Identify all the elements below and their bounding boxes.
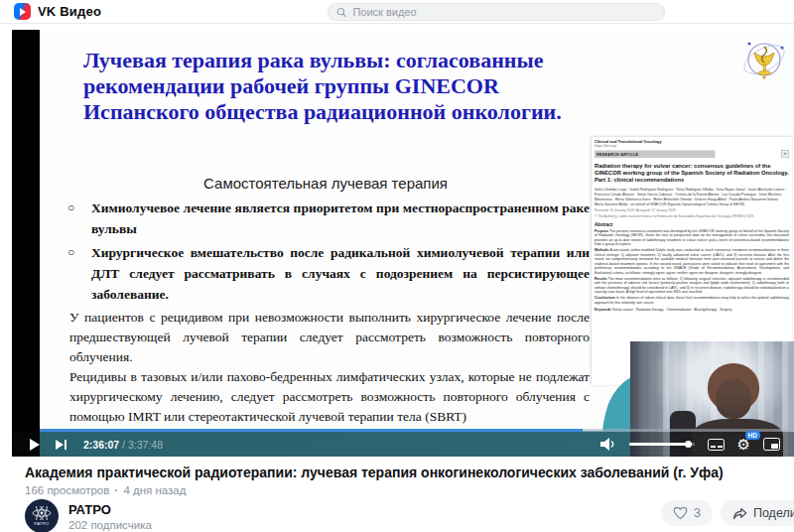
share-label: Поделиться <box>753 506 794 520</box>
volume-fill <box>629 443 690 446</box>
meta-separator <box>115 489 117 491</box>
video-actions: 3 Поделиться <box>661 500 794 526</box>
article-doi: https://doi.org/ <box>595 144 789 148</box>
channel-subscribers: 202 подписчика <box>68 519 152 531</box>
slide-title: Лучевая терапия рака вульвы: согласованн… <box>83 48 679 125</box>
subtitles-icon[interactable] <box>708 439 725 451</box>
heart-icon <box>673 506 688 520</box>
article-abstract-section: Results The main recommendations were as… <box>595 276 789 294</box>
article-abstract-section: Conclusions In the absence of robust cli… <box>595 296 789 305</box>
slide-section-heading: Самостоятельная лучевая терапия <box>40 175 611 192</box>
vk-video-play-icon <box>14 3 31 20</box>
share-icon <box>732 507 747 520</box>
section-label: Methods <box>595 248 608 252</box>
slide-bullet: Хирургическое вмешательство после радика… <box>64 242 590 305</box>
article-keywords: Keywords Vulvar cancer · Radiation thera… <box>595 308 789 312</box>
volume-icon[interactable] <box>600 438 616 451</box>
article-abstract-section: Methods A two-round, online modified Del… <box>595 248 789 275</box>
article-abstract-label: Abstract <box>595 222 789 227</box>
medical-emblem-icon <box>740 34 788 83</box>
avatar-label: РАТРО <box>34 521 49 526</box>
keywords-label: Keywords <box>595 308 611 312</box>
article-title: Radiation therapy for vulvar cancer: con… <box>595 163 789 184</box>
video-title: Академия практической радиотерапии: луче… <box>25 465 779 480</box>
section-label: Purpose <box>595 229 608 233</box>
search-input[interactable] <box>352 6 656 18</box>
slide-bullet-list: Химиолучевое лечение является приоритето… <box>64 198 590 308</box>
like-button[interactable]: 3 <box>661 500 713 526</box>
next-button[interactable] <box>56 439 67 451</box>
share-button[interactable]: Поделиться <box>721 500 794 526</box>
article-received: Received: 16 January 2023 / Accepted: 17… <box>595 208 789 212</box>
article-copyright: © The Author(s), under exclusive licence… <box>595 214 789 218</box>
video-player[interactable]: Лучевая терапия рака вульвы: согласованн… <box>12 30 794 457</box>
video-meta: 166 просмотров 4 дня назад <box>25 484 186 496</box>
vk-video-logo[interactable]: VK Видео <box>14 3 101 20</box>
article-journal: Clinical and Translational Oncology <box>595 139 789 144</box>
keywords-text: Vulvar cancer · Radiation therapy · Chem… <box>612 308 732 312</box>
publisher-logo: ⊕ <box>781 150 789 158</box>
article-banner: RESEARCH ARTICLE <box>595 150 716 158</box>
section-text: The present consensus statement was deve… <box>595 229 789 246</box>
slide-bullet: Химиолучевое лечение является приоритето… <box>64 198 590 239</box>
channel-name[interactable]: РАТРО <box>68 502 152 517</box>
time-display: 2:36:07 / 3:37:48 <box>83 439 163 451</box>
atom-emblem-icon <box>32 506 52 520</box>
topbar: VK Видео <box>0 0 794 24</box>
section-text: In the absence of robust clinical data, … <box>595 296 789 304</box>
search-icon <box>336 7 346 18</box>
channel-info: РАТРО 202 подписчика <box>68 502 152 531</box>
current-time: 2:36:07 <box>83 439 119 451</box>
section-text: The main recommendations were as follows… <box>595 277 789 294</box>
play-button[interactable] <box>30 439 40 451</box>
slide-title-line: Испанского общества радиационной онколог… <box>83 99 679 125</box>
section-label: Conclusions <box>595 296 615 300</box>
slide-paragraph: Рецидивы в тазовых и/или пахово-бедренны… <box>69 367 590 427</box>
player-controls: 2:36:07 / 3:37:48 ⚙ HD <box>12 432 794 457</box>
brand-text: VK Видео <box>38 4 101 19</box>
total-duration: 3:37:48 <box>128 439 163 451</box>
speaker-face <box>716 379 751 419</box>
time-separator: / <box>119 439 128 451</box>
slide-title-line: рекомендации рабочей группы GINECOR <box>83 73 679 99</box>
channel-avatar[interactable]: РАТРО <box>25 499 59 532</box>
search-box[interactable] <box>328 3 665 21</box>
article-abstract-section: Purpose The present consensus statement … <box>595 228 789 246</box>
hd-quality-badge: HD <box>745 431 760 440</box>
settings-button[interactable]: ⚙ HD <box>737 436 750 454</box>
slide-title-line: Лучевая терапия рака вульвы: согласованн… <box>83 48 679 73</box>
slide-paragraph: У пациентов с рецидивом при невозможност… <box>69 308 590 367</box>
section-text: A two-round, online modified Delphi stud… <box>595 248 789 274</box>
channel-row: РАТРО РАТРО 202 подписчика <box>25 499 152 532</box>
volume-slider[interactable] <box>629 443 695 446</box>
article-authors: Sofía Córdoba Largo · Isabel Rodríguez R… <box>595 188 789 206</box>
picture-in-picture-icon[interactable] <box>763 438 780 451</box>
like-count: 3 <box>694 506 701 520</box>
views-count: 166 просмотров <box>25 484 109 496</box>
video-age: 4 дня назад <box>123 484 186 496</box>
section-label: Results <box>595 277 607 281</box>
